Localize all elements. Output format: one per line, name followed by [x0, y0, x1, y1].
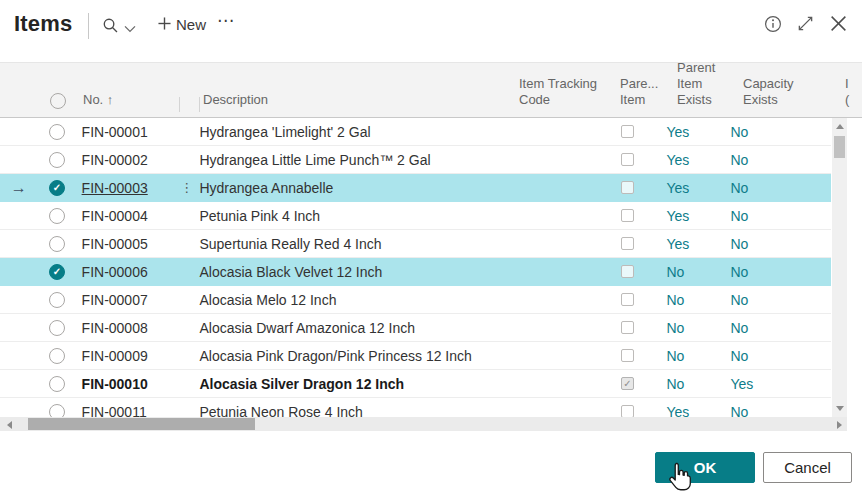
expand-dialog-button[interactable] — [796, 14, 815, 36]
cell-item-tracking-code[interactable] — [491, 314, 604, 341]
scroll-down-icon[interactable] — [836, 406, 844, 411]
cell-item-tracking-code[interactable] — [491, 146, 604, 173]
table-row[interactable]: → FIN-00006 ⋮ Alocasia Black Velvet 12 I… — [0, 258, 831, 286]
parent-item-checkbox[interactable] — [621, 237, 634, 250]
table-row[interactable]: → FIN-00001 ⋮ Hydrangea 'Limelight' 2 Ga… — [0, 118, 831, 146]
cell-description[interactable]: Petunia Neon Rose 4 Inch — [196, 398, 491, 417]
scroll-right-icon[interactable] — [837, 421, 842, 429]
search-button[interactable] — [102, 17, 136, 37]
table-row[interactable]: → FIN-00011 ⋮ Petunia Neon Rose 4 Inch Y… — [0, 398, 831, 417]
cell-capacity-exists[interactable]: Yes — [717, 370, 811, 397]
new-button[interactable]: New — [158, 16, 206, 33]
scroll-up-icon[interactable] — [836, 124, 844, 129]
parent-item-checkbox[interactable] — [621, 405, 634, 417]
parent-item-checkbox[interactable] — [621, 293, 634, 306]
table-row[interactable]: → FIN-00010 ⋮ Alocasia Silver Dragon 12 … — [0, 370, 831, 398]
cell-capacity-exists[interactable]: No — [717, 286, 811, 313]
select-all-control[interactable] — [38, 63, 78, 117]
parent-item-checkbox[interactable] — [621, 377, 634, 390]
row-select-control[interactable] — [37, 202, 76, 229]
cell-parent-item-exists[interactable]: No — [650, 286, 717, 313]
scroll-left-icon[interactable] — [7, 421, 12, 429]
column-header-parent-item[interactable]: Pare... Item — [615, 63, 662, 117]
row-options-button[interactable]: ⋮ — [177, 342, 197, 369]
cell-capacity-exists[interactable]: No — [717, 314, 811, 341]
cell-no[interactable]: FIN-00011 — [77, 398, 177, 417]
cell-parent-item-exists[interactable]: No — [650, 258, 717, 285]
row-options-button[interactable]: ⋮ — [177, 202, 197, 229]
column-header-capacity-exists[interactable]: Capacity Exists — [730, 63, 825, 117]
cell-description[interactable]: Alocasia Melo 12 Inch — [196, 286, 491, 313]
table-row[interactable]: → FIN-00009 ⋮ Alocasia Pink Dragon/Pink … — [0, 342, 831, 370]
table-row[interactable]: → FIN-00002 ⋮ Hydrangea Little Lime Punc… — [0, 146, 831, 174]
cell-parent-item-exists[interactable]: Yes — [650, 146, 717, 173]
cell-capacity-exists[interactable]: No — [717, 398, 811, 417]
column-header-description[interactable]: Description — [200, 63, 500, 117]
row-select-control[interactable] — [37, 370, 76, 397]
row-select-control[interactable] — [37, 146, 76, 173]
close-dialog-button[interactable] — [829, 14, 848, 36]
row-options-button[interactable]: ⋮ — [177, 230, 197, 257]
cell-item-tracking-code[interactable] — [491, 370, 604, 397]
cell-item-tracking-code[interactable] — [491, 174, 604, 201]
parent-item-checkbox[interactable] — [621, 349, 634, 362]
table-row[interactable]: → FIN-00007 ⋮ Alocasia Melo 12 Inch No N… — [0, 286, 831, 314]
cell-item-tracking-code[interactable] — [491, 230, 604, 257]
row-options-button[interactable]: ⋮ — [177, 146, 197, 173]
row-select-control[interactable] — [37, 286, 76, 313]
row-select-control[interactable] — [37, 342, 76, 369]
cell-no[interactable]: FIN-00007 — [77, 286, 177, 313]
cell-item-tracking-code[interactable] — [491, 258, 604, 285]
cell-description[interactable]: Petunia Pink 4 Inch — [196, 202, 491, 229]
cell-no[interactable]: FIN-00009 — [77, 342, 177, 369]
parent-item-checkbox[interactable] — [621, 153, 634, 166]
row-select-control[interactable] — [37, 230, 76, 257]
parent-item-checkbox[interactable] — [621, 209, 634, 222]
cell-description[interactable]: Hydrangea 'Limelight' 2 Gal — [196, 118, 491, 145]
cell-capacity-exists[interactable]: No — [717, 146, 811, 173]
row-options-button[interactable]: ⋮ — [177, 370, 197, 397]
cell-item-tracking-code[interactable] — [491, 118, 604, 145]
cell-no[interactable]: FIN-00010 — [77, 370, 177, 397]
ok-button[interactable]: OK — [655, 452, 755, 483]
cell-item-tracking-code[interactable] — [491, 342, 604, 369]
table-row[interactable]: → FIN-00008 ⋮ Alocasia Dwarf Amazonica 1… — [0, 314, 831, 342]
cell-no[interactable]: FIN-00003 — [77, 174, 177, 201]
cell-description[interactable]: Hydrangea Annabelle — [196, 174, 491, 201]
cell-capacity-exists[interactable]: No — [717, 118, 811, 145]
row-options-button[interactable]: ⋮ — [177, 398, 197, 417]
cell-parent-item-exists[interactable]: Yes — [650, 398, 717, 417]
cell-description[interactable]: Alocasia Black Velvet 12 Inch — [196, 258, 491, 285]
info-button[interactable] — [764, 15, 782, 36]
row-select-control[interactable] — [37, 258, 76, 285]
cell-parent-item-exists[interactable]: Yes — [650, 230, 717, 257]
horizontal-scrollbar-thumb[interactable] — [28, 418, 255, 430]
cell-capacity-exists[interactable]: No — [717, 258, 811, 285]
parent-item-checkbox[interactable] — [621, 321, 634, 334]
horizontal-scrollbar[interactable] — [0, 417, 847, 431]
row-options-button[interactable]: ⋮ — [177, 258, 197, 285]
cell-description[interactable]: Alocasia Dwarf Amazonica 12 Inch — [196, 314, 491, 341]
column-header-parent-item-exists[interactable]: Parent Item Exists — [662, 63, 730, 117]
cell-item-tracking-code[interactable] — [491, 286, 604, 313]
table-row[interactable]: → FIN-00003 ⋮ Hydrangea Annabelle Yes No — [0, 174, 831, 202]
parent-item-checkbox[interactable] — [621, 125, 634, 138]
row-options-button[interactable]: ⋮ — [177, 118, 197, 145]
row-options-button[interactable]: ⋮ — [177, 174, 197, 201]
cell-no[interactable]: FIN-00005 — [77, 230, 177, 257]
cell-no[interactable]: FIN-00006 — [77, 258, 177, 285]
cell-capacity-exists[interactable]: No — [717, 174, 811, 201]
vertical-scrollbar[interactable] — [832, 118, 847, 417]
more-options-button[interactable]: ⋯ — [217, 10, 235, 31]
cell-capacity-exists[interactable]: No — [717, 342, 811, 369]
cell-no[interactable]: FIN-00004 — [77, 202, 177, 229]
cell-description[interactable]: Hydrangea Little Lime Punch™ 2 Gal — [196, 146, 491, 173]
row-options-button[interactable]: ⋮ — [177, 286, 197, 313]
cell-item-tracking-code[interactable] — [491, 398, 604, 417]
cell-no[interactable]: FIN-00008 — [77, 314, 177, 341]
cell-capacity-exists[interactable]: No — [717, 202, 811, 229]
row-options-button[interactable]: ⋮ — [177, 314, 197, 341]
cell-no[interactable]: FIN-00001 — [77, 118, 177, 145]
cell-parent-item-exists[interactable]: Yes — [650, 174, 717, 201]
cell-description[interactable]: Alocasia Pink Dragon/Pink Princess 12 In… — [196, 342, 491, 369]
